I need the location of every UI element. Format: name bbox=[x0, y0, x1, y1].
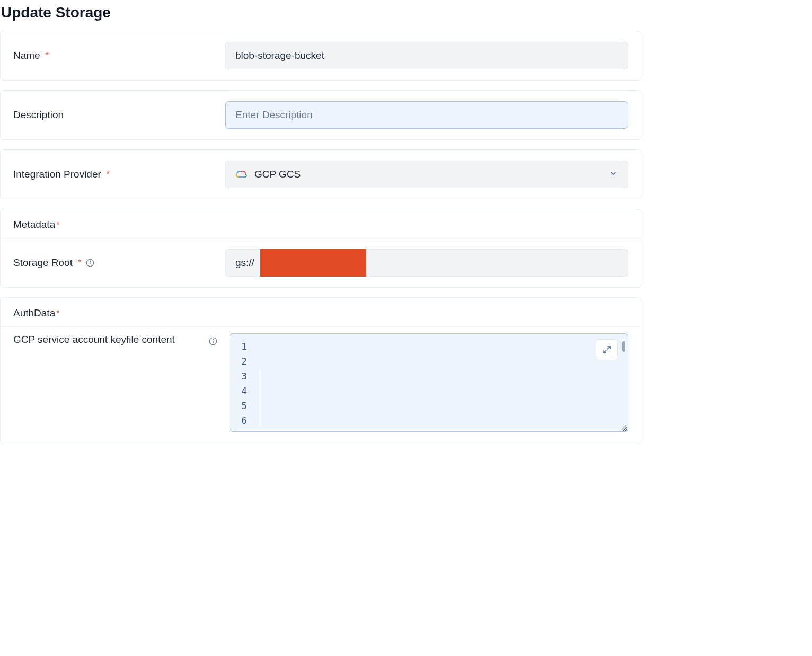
description-section: Description bbox=[0, 90, 641, 140]
provider-label: Integration Provider* bbox=[13, 169, 225, 180]
code-line bbox=[254, 384, 628, 398]
info-icon[interactable] bbox=[208, 336, 218, 346]
required-marker: * bbox=[78, 258, 81, 268]
chevron-down-icon bbox=[608, 169, 618, 180]
authdata-section: AuthData* GCP service account keyfile co… bbox=[0, 297, 641, 444]
provider-select[interactable]: GCP GCS bbox=[225, 161, 628, 188]
provider-value: GCP GCS bbox=[254, 169, 301, 180]
indent-guide bbox=[261, 369, 261, 426]
authdata-header: AuthData* bbox=[1, 298, 641, 327]
metadata-header: Metadata* bbox=[1, 209, 641, 238]
svg-point-2 bbox=[90, 261, 91, 261]
page-title: Update Storage bbox=[0, 0, 641, 31]
required-marker: * bbox=[56, 220, 59, 229]
svg-point-5 bbox=[213, 339, 213, 340]
redacted-block bbox=[260, 249, 366, 277]
code-content[interactable]: { "type": "service_account", "project_id… bbox=[254, 339, 628, 426]
required-marker: * bbox=[56, 309, 59, 318]
description-label: Description bbox=[13, 109, 225, 121]
line-gutter: 1 2 3 4 5 6 bbox=[230, 339, 254, 426]
gcp-cloud-icon bbox=[235, 170, 247, 179]
name-label: Name* bbox=[13, 50, 225, 61]
keyfile-label: GCP service account keyfile content bbox=[13, 333, 204, 347]
provider-section: Integration Provider* GCP GCS bbox=[0, 149, 641, 199]
info-icon[interactable] bbox=[85, 258, 95, 268]
name-section: Name* bbox=[0, 31, 641, 81]
storage-root-label: Storage Root* bbox=[13, 257, 225, 269]
metadata-section: Metadata* Storage Root* gs:// bbox=[0, 209, 641, 288]
required-marker: * bbox=[107, 170, 110, 179]
storage-root-input-wrap: gs:// bbox=[225, 249, 628, 277]
resize-handle[interactable] bbox=[619, 423, 626, 430]
keyfile-code-editor[interactable]: 1 2 3 4 5 6 { "type": "service_account",… bbox=[230, 333, 628, 432]
description-input[interactable] bbox=[225, 101, 628, 129]
required-marker: * bbox=[46, 51, 49, 60]
name-input[interactable] bbox=[225, 42, 628, 69]
